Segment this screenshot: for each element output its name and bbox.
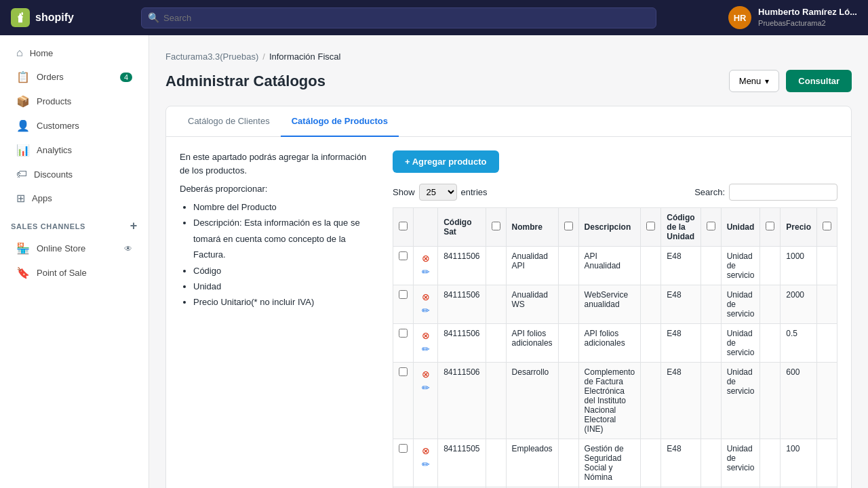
edit-button[interactable]: ✏: [420, 381, 431, 394]
products-icon: 📦: [16, 95, 30, 108]
row-actions[interactable]: ⊗ ✏: [414, 363, 438, 439]
table-row: ⊗ ✏ 84111505 Empleados Gestión de Seguri…: [393, 439, 837, 487]
shopify-bag-icon: [11, 8, 30, 27]
edit-button[interactable]: ✏: [420, 265, 431, 279]
cell-unidad: Unidad de servicio: [721, 363, 760, 439]
menu-button-label: Menu: [739, 76, 762, 86]
customers-icon: 👤: [16, 119, 30, 132]
row-actions[interactable]: ⊗ ✏: [414, 285, 438, 324]
check4[interactable]: [646, 222, 655, 230]
row-actions[interactable]: ⊗ ✏: [414, 439, 438, 487]
cell-check6: [760, 439, 781, 487]
row-check[interactable]: [393, 363, 414, 439]
check6[interactable]: [766, 222, 774, 230]
cell-check6: [760, 285, 781, 324]
delete-button[interactable]: ⊗: [420, 444, 431, 458]
cell-unidad: Unidad de servicio: [721, 324, 760, 363]
tab-productos[interactable]: Catálogo de Productos: [281, 106, 399, 137]
search-input[interactable]: [141, 7, 656, 28]
chevron-down-icon: ▾: [765, 77, 769, 86]
store-icon: 🏪: [16, 242, 30, 255]
consult-button[interactable]: Consultar: [786, 70, 852, 92]
add-product-button[interactable]: + Agregar producto: [393, 150, 499, 173]
search-bar[interactable]: 🔍: [141, 7, 656, 28]
delete-button[interactable]: ⊗: [420, 251, 431, 265]
sidebar-item-orders[interactable]: 📋 Orders 4: [5, 65, 143, 89]
logo-text: shopify: [35, 12, 74, 24]
row-check[interactable]: [393, 439, 414, 487]
cell-check3: [558, 324, 578, 363]
user-menu[interactable]: HR Humberto Ramírez Ló... PruebasFactura…: [728, 6, 857, 29]
cell-check7: [817, 285, 837, 324]
cell-codigo-unidad: E48: [661, 439, 701, 487]
cell-check6: [760, 363, 781, 439]
sidebar-item-pos[interactable]: 🔖 Point of Sale: [5, 261, 143, 285]
row-checkbox[interactable]: [399, 367, 408, 376]
check3[interactable]: [564, 222, 573, 230]
check-all[interactable]: [399, 222, 408, 230]
col-check-all: [393, 208, 414, 247]
row-checkbox[interactable]: [399, 329, 408, 338]
sales-channels-section: SALES CHANNELS +: [0, 211, 149, 236]
cell-precio: 1000: [781, 247, 817, 285]
logo[interactable]: shopify: [11, 8, 133, 27]
row-actions[interactable]: ⊗ ✏: [414, 247, 438, 285]
cell-check7: [817, 439, 837, 487]
table-search: Search:: [694, 184, 837, 201]
cell-precio: 600: [781, 363, 817, 439]
row-check[interactable]: [393, 285, 414, 324]
cell-check5: [701, 247, 721, 285]
edit-button[interactable]: ✏: [420, 458, 431, 471]
sidebar-item-label: Orders: [37, 72, 64, 82]
row-check[interactable]: [393, 247, 414, 285]
apps-icon: ⊞: [16, 192, 25, 205]
menu-button[interactable]: Menu ▾: [729, 70, 780, 92]
sidebar-item-customers[interactable]: 👤 Customers: [5, 114, 143, 138]
delete-button[interactable]: ⊗: [420, 329, 431, 342]
col-check7: [817, 208, 837, 247]
sidebar-item-label: Customers: [37, 121, 79, 131]
sidebar-item-analytics[interactable]: 📊 Analytics: [5, 138, 143, 162]
edit-button[interactable]: ✏: [420, 304, 431, 317]
sidebar-item-home[interactable]: ⌂ Home: [5, 41, 143, 64]
row-checkbox[interactable]: [399, 251, 408, 260]
check2[interactable]: [492, 222, 500, 230]
col-check5: [701, 208, 721, 247]
col-check2: [486, 208, 506, 247]
cell-check2: [486, 439, 506, 487]
delete-button[interactable]: ⊗: [420, 290, 431, 304]
sidebar-item-apps[interactable]: ⊞ Apps: [5, 186, 143, 210]
bullet-list: Nombre del Producto Descripción: Esta in…: [180, 199, 376, 310]
table-row: ⊗ ✏ 84111506 Anualidad API API Anualidad…: [393, 247, 837, 285]
col-check3: [558, 208, 578, 247]
bullet-item: Precio Unitario(* no incluir IVA): [193, 294, 376, 310]
sidebar-item-discounts[interactable]: 🏷 Discounts: [5, 163, 143, 186]
sidebar-item-products[interactable]: 📦 Products: [5, 89, 143, 113]
breadcrumb-separator: /: [262, 52, 265, 62]
edit-button[interactable]: ✏: [420, 342, 431, 356]
tab-clientes[interactable]: Catálogo de Clientes: [177, 106, 281, 137]
delete-button[interactable]: ⊗: [420, 367, 431, 381]
cell-codigo-unidad: E48: [661, 247, 701, 285]
cell-nombre: Desarrollo: [506, 363, 558, 439]
pos-icon: 🔖: [16, 266, 30, 279]
row-checkbox[interactable]: [399, 444, 408, 453]
page-header: Administrar Catálogos Menu ▾ Consultar: [165, 70, 852, 92]
row-actions[interactable]: ⊗ ✏: [414, 324, 438, 363]
show-entries-left: Show 25 50 100 entries: [393, 184, 488, 201]
check7[interactable]: [823, 222, 831, 230]
col-precio: Precio: [781, 208, 817, 247]
table-search-input[interactable]: [729, 184, 837, 201]
breadcrumb-parent[interactable]: Facturama3.3(Pruebas): [165, 52, 258, 62]
check5[interactable]: [707, 222, 715, 230]
row-check[interactable]: [393, 324, 414, 363]
cell-codigo-unidad: E48: [661, 324, 701, 363]
add-channel-icon[interactable]: +: [130, 219, 138, 233]
row-checkbox[interactable]: [399, 290, 408, 299]
cell-codigo-unidad: E48: [661, 363, 701, 439]
cell-precio: 100: [781, 439, 817, 487]
user-name: Humberto Ramírez Ló...: [758, 7, 857, 18]
cell-check2: [486, 324, 506, 363]
entries-select[interactable]: 25 50 100: [419, 184, 457, 201]
sidebar-item-online-store[interactable]: 🏪 Online Store 👁: [5, 237, 143, 260]
